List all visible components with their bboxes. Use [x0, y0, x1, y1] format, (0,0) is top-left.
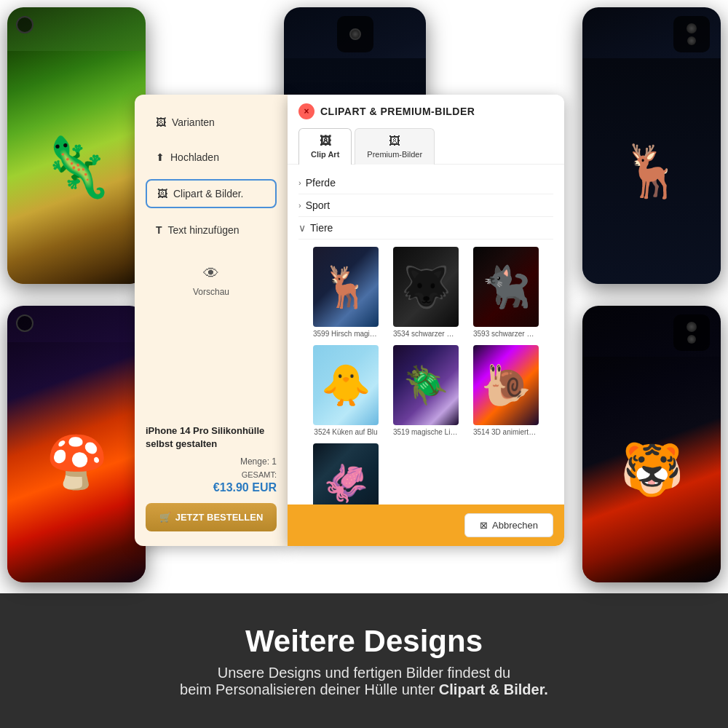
close-button[interactable]: × — [298, 103, 314, 119]
image-item-3519[interactable]: 🪲 3519 magische Libelli — [389, 345, 462, 436]
sidebar-panel: 🖼 Varianten ⬆ Hochladen 🖼 Clipart & Bild… — [135, 95, 288, 546]
thumb-3534: 🐺 — [393, 247, 459, 327]
phone-lizard: 🦎 — [7, 7, 146, 284]
tab-row: 🖼 Clip Art 🖼 Premium-Bilder — [298, 128, 553, 165]
clipart-bilder-button[interactable]: 🖼 Clipart & Bilder. — [146, 179, 277, 208]
vorschau-button[interactable]: 👁 Vorschau — [146, 256, 277, 306]
chevron-sport: › — [298, 201, 301, 210]
banner-title: Weitere Designs — [245, 624, 483, 659]
chevron-tiere: ∨ — [298, 222, 306, 234]
menge-value: 1 — [272, 456, 277, 467]
clipart-header: × CLIPART & PREMIUM-BILDER 🖼 Clip Art 🖼 … — [288, 95, 564, 165]
category-tiere[interactable]: ∨ Tiere — [298, 217, 553, 240]
banner-highlight: Clipart & Bilder. — [439, 681, 548, 697]
category-list: › Pferde › Sport ∨ Tiere 🦌 359 — [288, 165, 564, 505]
clip-art-icon: 🖼 — [320, 135, 331, 148]
category-pferde[interactable]: › Pferde — [298, 172, 553, 194]
phone-tiger: 🐯 — [582, 306, 721, 582]
close-icon: × — [304, 106, 309, 116]
dialog-overlay: 🖼 Varianten ⬆ Hochladen 🖼 Clipart & Bild… — [135, 95, 564, 546]
menge-label: Menge: — [240, 456, 269, 467]
image-item-3524[interactable]: 🐥 3524 Küken auf Blu — [309, 345, 382, 436]
clipart-panel: × CLIPART & PREMIUM-BILDER 🖼 Clip Art 🖼 … — [288, 95, 564, 546]
product-info: iPhone 14 Pro Silikonhülle selbst gestal… — [146, 414, 277, 531]
thumb-3514: 🐌 — [473, 345, 539, 425]
gesamt-label: GESAMT: — [242, 470, 277, 479]
bottom-banner: Weitere Designs Unsere Designs und ferti… — [0, 593, 728, 728]
phone-mushroom: 🍄 — [7, 306, 146, 582]
chevron-pferde: › — [298, 178, 301, 187]
image-item-3514[interactable]: 🐌 3514 3D animierte Sc — [470, 345, 542, 436]
label-3534: 3534 schwarzer Panth — [393, 330, 459, 338]
phone-deer: 🦌 — [582, 7, 721, 284]
label-3514: 3514 3D animierte Sc — [473, 428, 539, 436]
clipart-title: CLIPART & PREMIUM-BILDER — [320, 106, 475, 117]
premium-icon: 🖼 — [389, 135, 400, 148]
varianten-button[interactable]: 🖼 Varianten — [146, 109, 277, 135]
image-item-3599[interactable]: 🦌 3599 Hirsch magisch — [309, 247, 382, 338]
category-sport[interactable]: › Sport — [298, 194, 553, 217]
tab-premium[interactable]: 🖼 Premium-Bilder — [355, 128, 435, 165]
eye-icon: 👁 — [203, 264, 219, 283]
image-item-3534[interactable]: 🐺 3534 schwarzer Panth — [389, 247, 462, 338]
thumb-3524: 🐥 — [313, 345, 379, 425]
image-item-3510[interactable]: 🦑 — [309, 443, 382, 505]
upload-icon: ⬆ — [156, 151, 165, 163]
label-3524: 3524 Küken auf Blu — [314, 428, 377, 436]
subtitle-line2: beim Personalisieren deiner Hülle unter … — [180, 681, 548, 698]
label-3599: 3599 Hirsch magisch — [313, 330, 379, 338]
hochladen-button[interactable]: ⬆ Hochladen — [146, 144, 277, 170]
text-button[interactable]: T Text hinzufügen — [146, 217, 277, 243]
subtitle-line1: Unsere Designs und fertigen Bilder finde… — [180, 665, 548, 681]
cancel-icon: ⊠ — [480, 520, 488, 531]
clipart-footer: ⊠ Abbrechen — [288, 505, 564, 546]
price-value: €13.90 EUR — [213, 481, 277, 494]
product-name: iPhone 14 Pro Silikonhülle selbst gestal… — [146, 424, 277, 451]
thumb-3593: 🐈‍⬛ — [473, 247, 539, 327]
order-button[interactable]: 🛒 JETZT BESTELLEN — [146, 503, 277, 531]
text-icon: T — [156, 224, 162, 236]
thumb-3510: 🦑 — [313, 443, 379, 505]
thumb-3599: 🦌 — [313, 247, 379, 327]
tab-clipart[interactable]: 🖼 Clip Art — [298, 128, 352, 165]
clipart-icon: 🖼 — [157, 188, 167, 199]
varianten-icon: 🖼 — [156, 116, 166, 128]
title-row: × CLIPART & PREMIUM-BILDER — [298, 103, 553, 119]
cart-icon: 🛒 — [159, 512, 171, 523]
thumb-3519: 🪲 — [393, 345, 459, 425]
label-3593: 3593 schwarzer Panth — [473, 330, 539, 338]
cancel-button[interactable]: ⊠ Abbrechen — [464, 513, 553, 537]
image-grid: 🦌 3599 Hirsch magisch 🐺 3534 schwarzer P… — [298, 240, 553, 505]
banner-subtitle: Unsere Designs und fertigen Bilder finde… — [180, 665, 548, 698]
image-item-3593[interactable]: 🐈‍⬛ 3593 schwarzer Panth — [470, 247, 542, 338]
label-3519: 3519 magische Libelli — [393, 428, 459, 436]
